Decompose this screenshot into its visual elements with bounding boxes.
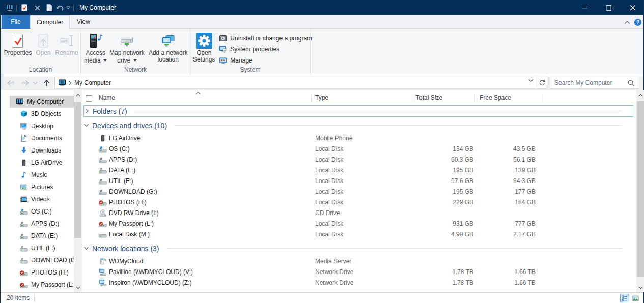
add-network-icon xyxy=(160,33,176,49)
tab-file[interactable]: File xyxy=(2,15,30,29)
group-header-folders-7[interactable]: Folders (7) xyxy=(83,105,633,117)
search-icon[interactable] xyxy=(627,79,635,87)
title-bar: My Computer xyxy=(1,0,643,15)
sidebar-item-os-c[interactable]: OS (C:) xyxy=(10,205,74,218)
details-view-button[interactable] xyxy=(620,294,629,302)
sidebar-scrollbar[interactable] xyxy=(74,90,82,292)
sidebar-item-my-computer[interactable]: My Computer xyxy=(10,96,74,108)
file-row-data-e[interactable]: DATA (E:)Local Disk195 GB139 GB xyxy=(83,165,633,176)
close-button[interactable] xyxy=(621,0,644,15)
file-row-download-g[interactable]: DOWNLOAD (G:)Local Disk195 GB177 GB xyxy=(83,187,633,197)
sidebar-item-my-passport-l[interactable]: My Passport (L:) xyxy=(10,279,74,291)
sidebar-item-apps-d[interactable]: APPS (D:) xyxy=(10,218,74,230)
sidebar-item-music[interactable]: Music xyxy=(10,169,74,181)
list-scrollbar[interactable] xyxy=(636,90,644,292)
ribbon-button-open: Open xyxy=(33,31,54,56)
address-bar[interactable]: My Computer xyxy=(54,77,536,89)
breadcrumb-path[interactable]: My Computer xyxy=(74,79,111,86)
dropdown-arrow-icon xyxy=(103,56,107,63)
column-header-total-size[interactable]: Total Size xyxy=(416,90,442,105)
sidebar-item-photos-h[interactable]: PHOTOS (H:) xyxy=(10,266,74,279)
up-button[interactable] xyxy=(40,77,52,88)
file-row-pavillion-wdmycloud-v[interactable]: Pavillion (\\WDMYCLOUD) (V:)Network Driv… xyxy=(83,267,633,278)
disk-icon xyxy=(20,244,28,252)
qat-delete-button[interactable] xyxy=(32,3,43,13)
tab-view[interactable]: View xyxy=(70,15,97,29)
sidebar-item-util-f[interactable]: UTIL (F:) xyxy=(10,242,74,254)
ribbon-button-access-media[interactable]: Access media xyxy=(83,31,107,64)
ribbon-button-manage[interactable]: Manage xyxy=(219,55,312,66)
sidebar-item-videos[interactable]: Videos xyxy=(10,193,74,205)
explorer-window: My Computer File Computer View ? Propert… xyxy=(0,0,644,303)
computer-icon xyxy=(16,98,24,106)
file-row-wdmycloud[interactable]: WDMyCloudMedia Server xyxy=(83,256,633,267)
ribbon-button-uninstall-or-change-a-program[interactable]: Uninstall or change a program xyxy=(219,33,312,44)
scroll-down-arrow[interactable] xyxy=(74,283,82,292)
column-separator[interactable] xyxy=(311,94,312,102)
video-icon xyxy=(20,195,28,203)
refresh-button[interactable] xyxy=(537,77,547,89)
sidebar-item-documents[interactable]: Documents xyxy=(10,132,74,144)
file-row-my-passport-l[interactable]: My Passport (L:)Local Disk931 GB777 GB xyxy=(83,219,633,229)
ribbon-button-system-properties[interactable]: System properties xyxy=(219,44,312,55)
group-header-devices-and-drives-10[interactable]: Devices and drives (10) xyxy=(83,119,633,131)
qat-undo-button[interactable] xyxy=(54,3,65,13)
scroll-up-arrow[interactable] xyxy=(74,90,82,100)
sidebar-item-lg-airdrive[interactable]: LG AirDrive xyxy=(10,157,74,169)
sidebar-item-data-e[interactable]: DATA (E:) xyxy=(10,230,74,242)
file-row-lg-airdrive[interactable]: LG AirDriveMobile Phone xyxy=(83,133,633,144)
qat-new-item-button[interactable] xyxy=(44,3,55,13)
disk-icon xyxy=(20,232,28,240)
disk-icon xyxy=(20,220,28,228)
column-separator[interactable] xyxy=(474,94,475,102)
phone-icon xyxy=(99,134,107,142)
sidebar-item-downloads[interactable]: Downloads xyxy=(10,144,74,157)
ribbon-button-map-network-drive[interactable]: Map network drive xyxy=(107,31,146,64)
select-all-checkbox[interactable] xyxy=(86,95,92,102)
qat-properties-button[interactable] xyxy=(19,3,30,13)
file-row-apps-d[interactable]: APPS (D:)Local Disk60.3 GB56.1 GB xyxy=(83,155,633,165)
column-separator[interactable] xyxy=(412,94,412,102)
scroll-down-arrow[interactable] xyxy=(636,283,644,292)
qat-customize-button[interactable] xyxy=(65,3,72,13)
scrollbar-thumb[interactable] xyxy=(74,102,81,238)
help-button[interactable]: ? xyxy=(633,18,643,27)
sidebar-item-download-g[interactable]: DOWNLOAD (G:) xyxy=(10,254,74,266)
disk-icon xyxy=(99,177,107,185)
scrollbar-thumb[interactable] xyxy=(637,101,644,277)
chevron-down-icon xyxy=(76,286,80,289)
file-row-photos-h[interactable]: PHOTOS (H:)Local Disk229 GB184 GB xyxy=(83,197,633,208)
chevron-down-icon xyxy=(66,6,70,10)
maximize-button[interactable] xyxy=(597,0,621,15)
column-header-name[interactable]: Name xyxy=(99,90,115,105)
file-row-inspiron-wdmycloud-z[interactable]: Inspiron (\\WDMYCLOUD) (Z:)Network Drive… xyxy=(83,278,633,288)
recent-locations-button xyxy=(31,77,39,88)
group-header-network-locations-3[interactable]: Network locations (3) xyxy=(83,243,633,254)
sidebar-item-desktop[interactable]: Desktop xyxy=(10,120,74,132)
search-input[interactable] xyxy=(554,78,626,88)
file-row-os-c[interactable]: OS (C:)Local Disk134 GB43.5 GB xyxy=(83,144,633,155)
minimize-button[interactable] xyxy=(573,0,597,15)
ribbon-button-open-settings[interactable]: Open Settings xyxy=(193,31,215,63)
thumbnails-view-button[interactable] xyxy=(631,294,640,302)
uninstall-icon xyxy=(219,34,227,42)
column-header-free-space[interactable]: Free Space xyxy=(480,90,511,105)
sidebar-item-3d-objects[interactable]: 3D Objects xyxy=(10,108,74,120)
ribbon-button-properties[interactable]: Properties xyxy=(3,31,33,56)
file-row-local-disk-m[interactable]: Local Disk (M:)Local Disk4.99 GB2.17 GB xyxy=(83,229,633,240)
settings-gear-icon xyxy=(196,33,212,49)
disk-icon xyxy=(99,156,107,164)
sidebar-item-pictures[interactable]: Pictures xyxy=(10,181,74,193)
file-row-dvd-rw-drive-i[interactable]: DVD RW Drive (I:)CD Drive xyxy=(83,208,633,219)
tab-computer[interactable]: Computer xyxy=(30,15,70,29)
window-title: My Computer xyxy=(79,0,116,15)
address-dropdown-icon[interactable] xyxy=(528,79,534,82)
column-separator[interactable] xyxy=(542,94,542,102)
ribbon-collapse-button[interactable] xyxy=(622,18,632,27)
file-row-util-f[interactable]: UTIL (F:)Local Disk97.6 GB94.3 GB xyxy=(83,176,633,187)
ribbon-button-add-a-network-location[interactable]: Add a network location xyxy=(147,31,190,63)
scroll-up-arrow[interactable] xyxy=(636,90,644,100)
download-icon xyxy=(20,146,28,155)
column-header-type[interactable]: Type xyxy=(315,90,328,105)
rename-big-icon xyxy=(59,33,75,49)
